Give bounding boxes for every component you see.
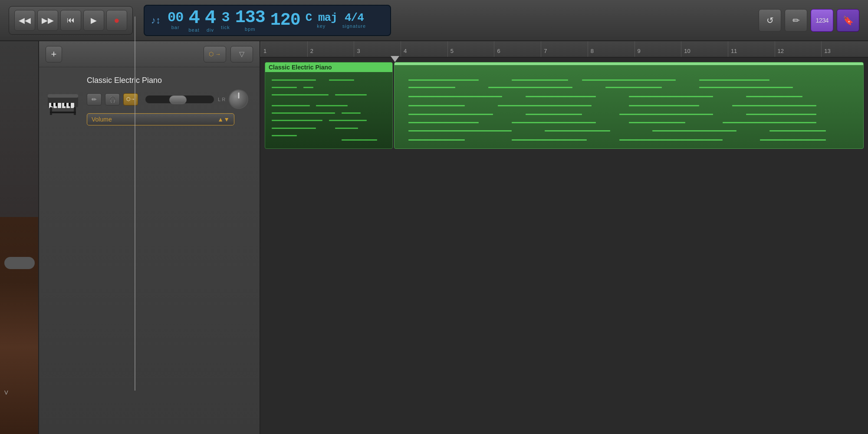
svg-rect-8 — [51, 103, 53, 106]
midi-note — [272, 94, 329, 95]
record-button[interactable]: ● — [106, 10, 127, 31]
automation-icon: ⬡ → — [209, 51, 221, 57]
pencil-button[interactable]: ✏ — [785, 9, 807, 32]
signature-value: 4/4 — [345, 12, 364, 23]
midi-note — [316, 105, 348, 106]
div-display: 4 div — [205, 8, 216, 33]
play-button[interactable]: ▶ — [83, 10, 104, 31]
edit-button[interactable]: ✏ — [87, 93, 102, 105]
ruler-bar-1: 1 — [260, 41, 307, 57]
instrument-image — [46, 85, 80, 116]
ruler: 1 2 3 4 5 6 7 8 9 10 11 12 13 — [260, 41, 868, 58]
beat-display: 4 beat — [188, 8, 199, 33]
midi-notes-second — [395, 73, 863, 148]
key-display: C maj key — [306, 12, 337, 29]
fader-group — [145, 95, 214, 104]
track-info: Classic Electric Piano ✏ 🎧 ⬡→ — [39, 67, 260, 134]
midi-note — [272, 79, 316, 81]
fast-forward-icon: ▶▶ — [42, 16, 54, 25]
track-panel-header: + ⬡ → ▽ — [39, 41, 260, 67]
sidebar-item-2[interactable]: V — [0, 386, 38, 399]
undo-button[interactable]: ↺ — [759, 9, 781, 32]
undo-icon: ↺ — [766, 15, 774, 26]
marker-button[interactable]: 🔖 — [837, 9, 859, 32]
headphones-button[interactable]: 🎧 — [105, 93, 120, 105]
sidebar-scrollbar[interactable] — [4, 257, 35, 269]
midi-note — [408, 122, 479, 123]
midi-icon: ⬡→ — [126, 96, 135, 102]
midi-note — [512, 139, 587, 141]
toolbar: ◀◀ ▶▶ ⏮ ▶ ● ♪↕ 00 bar 4 beat 4 div — [0, 0, 868, 41]
midi-button[interactable]: ⬡→ — [123, 93, 138, 105]
headphones-icon: 🎧 — [109, 96, 116, 103]
pan-knob[interactable] — [229, 89, 248, 109]
signature-label: signature — [342, 23, 366, 29]
lr-labels: L R — [218, 97, 225, 102]
region-first-label: Classic Electric Piano — [265, 62, 392, 72]
ruler-bar-2: 2 — [307, 41, 354, 57]
filter-button[interactable]: ▽ — [230, 46, 253, 62]
ruler-bar-3: 3 — [354, 41, 401, 57]
volume-fader-thumb[interactable] — [169, 95, 187, 104]
midi-note — [272, 87, 297, 88]
midi-note — [335, 128, 358, 129]
add-track-button[interactable]: + — [46, 46, 62, 62]
sidebar-wood-texture — [0, 217, 38, 434]
svg-rect-10 — [64, 103, 66, 106]
main-area: V + ⬡ → ▽ — [0, 41, 868, 434]
midi-note — [488, 87, 572, 88]
bar-label: bar — [171, 25, 180, 30]
midi-note — [582, 79, 676, 81]
midi-note — [526, 96, 596, 97]
midi-region-second[interactable] — [394, 62, 864, 149]
svg-rect-9 — [56, 103, 58, 106]
key-label: key — [317, 23, 326, 29]
midi-note — [408, 87, 455, 88]
midi-note — [746, 96, 802, 97]
tempo-display: 120 — [270, 12, 300, 29]
midi-note — [619, 139, 723, 141]
midi-note — [512, 79, 568, 81]
marker-icon: 🔖 — [843, 15, 854, 26]
volume-fader-track[interactable] — [145, 95, 214, 104]
automation-button[interactable]: ⬡ → — [204, 46, 226, 62]
midi-region-first[interactable]: Classic Electric Piano — [265, 62, 393, 149]
sidebar-bottom: V — [0, 379, 38, 399]
svg-rect-14 — [50, 112, 76, 113]
pencil-icon: ✏ — [792, 15, 800, 26]
fast-forward-button[interactable]: ▶▶ — [37, 10, 58, 31]
playhead-triangle — [391, 56, 399, 62]
bar-value: 00 — [168, 11, 183, 25]
rewind-button[interactable]: ◀◀ — [14, 10, 35, 31]
midi-note — [408, 114, 493, 115]
cycle-button[interactable]: 1234 — [811, 9, 833, 32]
r-label: R — [222, 97, 225, 102]
playhead-line — [135, 16, 135, 391]
midi-note — [723, 122, 816, 123]
lcd-display: ♪↕ 00 bar 4 beat 4 div 3 tick 133 bpm 12… — [144, 5, 391, 36]
midi-note — [408, 79, 479, 81]
midi-note — [329, 79, 355, 81]
beat-label: beat — [188, 27, 199, 33]
ruler-bar-9: 9 — [635, 41, 681, 57]
midi-note — [629, 122, 685, 123]
rewind-icon: ◀◀ — [19, 16, 31, 25]
music-note-icon: ♪↕ — [151, 15, 161, 26]
midi-note — [498, 105, 592, 106]
volume-select[interactable]: Volume ▲▼ — [87, 113, 234, 125]
midi-note — [699, 79, 769, 81]
midi-note — [746, 114, 816, 115]
sidebar-item-1 — [0, 379, 38, 386]
ruler-bar-13: 13 — [821, 41, 868, 57]
midi-note — [652, 130, 736, 132]
midi-note — [629, 96, 713, 97]
midi-note — [408, 130, 512, 132]
tick-display: 3 tick — [221, 11, 230, 30]
midi-note — [545, 130, 610, 132]
skip-back-button[interactable]: ⏮ — [60, 10, 81, 31]
bar-display: 00 bar — [168, 11, 183, 30]
midi-note — [619, 114, 713, 115]
record-icon: ● — [114, 15, 119, 26]
track-content: Classic Electric Piano — [260, 58, 868, 434]
midi-note — [526, 114, 582, 115]
